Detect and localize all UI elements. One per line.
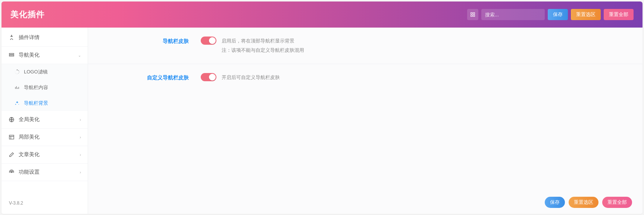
sidebar-item-label: LOGO滤镜 — [24, 69, 48, 75]
version-label: V-3.8.2 — [1, 192, 88, 214]
svg-point-16 — [11, 172, 12, 173]
nav-icon — [8, 52, 15, 59]
reset-all-button-bottom[interactable]: 重置全部 — [602, 197, 632, 208]
svg-point-11 — [16, 73, 16, 73]
gauge-icon — [8, 169, 15, 176]
toggle-custom-nav-skin[interactable] — [201, 73, 216, 81]
svg-rect-15 — [9, 135, 14, 139]
setting-label: 导航栏皮肤 — [103, 37, 189, 45]
svg-rect-5 — [9, 55, 14, 56]
sidebar-item-label: 全局美化 — [19, 116, 40, 123]
svg-point-6 — [17, 70, 18, 70]
svg-rect-2 — [471, 15, 472, 16]
chevron-down-icon: ⌄ — [78, 53, 81, 57]
save-button-top[interactable]: 保存 — [548, 9, 568, 20]
toggle-nav-skin[interactable] — [201, 37, 216, 45]
bars-icon — [14, 85, 20, 91]
sidebar-item-local-beautify[interactable]: 局部美化 › — [1, 129, 88, 146]
reset-section-button-top[interactable]: 重置选区 — [571, 9, 601, 20]
sidebar-item-label: 功能设置 — [19, 169, 40, 176]
plugin-icon — [8, 34, 15, 41]
setting-desc: 开启后可自定义导航栏皮肤 — [222, 73, 280, 82]
search-input[interactable] — [481, 9, 545, 20]
chevron-right-icon: › — [80, 135, 81, 139]
layout-icon — [8, 134, 15, 140]
svg-point-10 — [17, 74, 17, 74]
svg-point-7 — [18, 70, 19, 71]
setting-row-nav-skin: 导航栏皮肤 启用后，将在顶部导航栏显示背景 注：该项不能与自定义导航栏皮肤混用 — [88, 28, 643, 64]
sidebar-item-label: 导航栏内容 — [24, 84, 48, 91]
spinner-icon — [14, 69, 20, 75]
sidebar-item-function-settings[interactable]: 功能设置 › — [1, 164, 88, 181]
svg-point-12 — [15, 72, 15, 72]
sidebar-sub-nav-background[interactable]: 导航栏背景 — [1, 95, 88, 111]
sidebar-item-label: 文章美化 — [19, 151, 40, 158]
sidebar-item-article-beautify[interactable]: 文章美化 › — [1, 146, 88, 164]
chevron-right-icon: › — [80, 118, 81, 122]
sidebar-item-label: 导航栏背景 — [24, 100, 48, 107]
sidebar-sub-logo-filter[interactable]: LOGO滤镜 — [1, 64, 88, 80]
reset-all-button-top[interactable]: 重置全部 — [604, 9, 634, 20]
sidebar: 插件详情 导航美化 ⌄ LOGO滤镜 导航栏内容 — [1, 28, 88, 214]
sidebar-sub-nav-content[interactable]: 导航栏内容 — [1, 80, 88, 95]
sidebar-item-plugin-details[interactable]: 插件详情 — [1, 29, 88, 47]
reset-section-button-bottom[interactable]: 重置选区 — [569, 197, 598, 208]
sidebar-item-label: 插件详情 — [19, 34, 40, 41]
svg-rect-4 — [9, 53, 14, 54]
page-title: 美化插件 — [10, 9, 45, 20]
expand-icon-button[interactable] — [467, 9, 478, 20]
setting-row-custom-nav-skin: 自定义导航栏皮肤 开启后可自定义导航栏皮肤 — [88, 64, 643, 91]
sidebar-item-global-beautify[interactable]: 全局美化 › — [1, 111, 88, 129]
setting-label: 自定义导航栏皮肤 — [103, 73, 189, 81]
sidebar-item-label: 局部美化 — [19, 134, 40, 140]
svg-point-8 — [19, 72, 19, 72]
sparkle-icon — [14, 100, 20, 106]
content-area: 导航栏皮肤 启用后，将在顶部导航栏显示背景 注：该项不能与自定义导航栏皮肤混用 … — [88, 28, 643, 214]
sidebar-item-label: 导航美化 — [19, 52, 40, 59]
save-button-bottom[interactable]: 保存 — [545, 197, 565, 208]
svg-rect-0 — [471, 13, 472, 14]
topbar: 美化插件 保存 重置选区 重置全部 — [1, 1, 643, 28]
chevron-right-icon: › — [80, 153, 81, 157]
svg-rect-3 — [473, 15, 475, 16]
edit-icon — [8, 151, 15, 158]
chevron-right-icon: › — [80, 170, 81, 174]
expand-icon — [470, 12, 475, 17]
sidebar-item-nav-beautify[interactable]: 导航美化 ⌄ — [1, 47, 88, 64]
svg-rect-1 — [473, 13, 475, 14]
svg-point-9 — [18, 73, 19, 74]
setting-desc: 启用后，将在顶部导航栏显示背景 注：该项不能与自定义导航栏皮肤混用 — [222, 37, 304, 55]
svg-point-13 — [16, 70, 16, 71]
footer-buttons: 保存 重置选区 重置全部 — [545, 197, 632, 208]
globe-icon — [8, 116, 15, 123]
